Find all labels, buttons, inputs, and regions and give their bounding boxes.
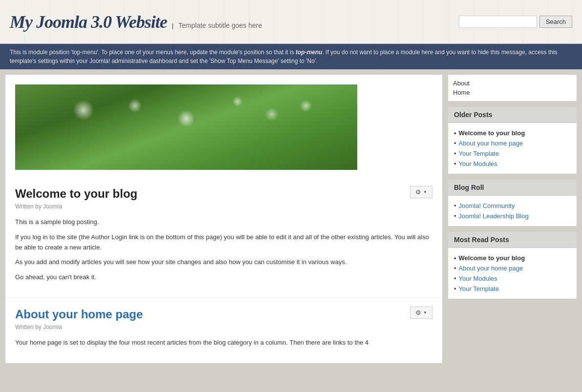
sidebar-nav-about[interactable]: About <box>453 79 572 88</box>
article-about: ⚙ About your home page Written by Joomla… <box>5 298 442 363</box>
sidebar-module-most-read: Most Read Posts Welcome to your blog Abo… <box>448 231 577 299</box>
gear-icon: ⚙ <box>415 188 421 196</box>
blog-roll-header: Blog Roll <box>448 180 577 196</box>
most-read-item-1-label: Welcome to your blog <box>459 254 525 262</box>
search-area: Search <box>459 16 572 28</box>
tools-button-welcome[interactable]: ⚙ <box>410 186 432 198</box>
list-item: Your Template <box>454 148 571 159</box>
most-read-list: Welcome to your blog About your home pag… <box>454 253 571 294</box>
top-menu-message: This is module position 'top-menu'. To p… <box>10 49 558 64</box>
article-tools-welcome: ⚙ <box>410 186 432 198</box>
list-item: Your Modules <box>454 159 571 169</box>
header: My Joomla 3.0 Website | Template subtitl… <box>0 0 582 44</box>
most-read-header: Most Read Posts <box>448 232 577 248</box>
list-item: About your home page <box>454 263 571 273</box>
tools-button-about[interactable]: ⚙ <box>410 307 432 319</box>
list-item: Your Template <box>454 284 571 294</box>
older-post-item-1-label: Welcome to your blog <box>459 129 525 137</box>
sidebar-nav: About Home <box>448 74 577 102</box>
most-read-item-4-link[interactable]: Your Template <box>459 285 499 292</box>
older-posts-body: Welcome to your blog About your home pag… <box>448 123 577 174</box>
blog-roll-body: Joomla! Community Joomla! Leadership Blo… <box>448 196 577 226</box>
article-para-4: Go ahead, you can't break it. <box>15 272 432 283</box>
article-body-about: Your home page is set to display the fou… <box>15 338 432 348</box>
list-item: Welcome to your blog <box>454 128 571 138</box>
most-read-item-3-link[interactable]: Your Modules <box>459 275 497 282</box>
sidebar: About Home Older Posts Welcome to your b… <box>448 74 577 364</box>
main-layout: ⚙ Welcome to your blog Written by Joomla… <box>0 69 582 369</box>
blog-roll-item-2-link[interactable]: Joomla! Leadership Blog <box>459 212 529 220</box>
site-title: My Joomla 3.0 Website <box>10 12 167 32</box>
older-posts-header: Older Posts <box>448 107 577 123</box>
site-title-area: My Joomla 3.0 Website | Template subtitl… <box>10 12 262 32</box>
article-title-welcome: Welcome to your blog <box>15 187 432 201</box>
sidebar-module-blog-roll: Blog Roll Joomla! Community Joomla! Lead… <box>448 179 577 227</box>
main-content: ⚙ Welcome to your blog Written by Joomla… <box>5 74 443 364</box>
older-post-item-2-link[interactable]: About your home page <box>459 140 523 147</box>
older-post-item-4-link[interactable]: Your Modules <box>459 160 497 167</box>
list-item: Joomla! Community <box>454 201 571 211</box>
site-subtitle: Template subtitle goes here <box>178 21 262 29</box>
list-item: Welcome to your blog <box>454 253 571 263</box>
article-welcome: ⚙ Welcome to your blog Written by Joomla… <box>5 177 442 298</box>
blog-roll-item-1-link[interactable]: Joomla! Community <box>459 202 515 209</box>
article-tools-about: ⚙ <box>410 307 432 319</box>
list-item: Joomla! Leadership Blog <box>454 211 571 221</box>
list-item: Your Modules <box>454 273 571 284</box>
top-menu-bar: This is module position 'top-menu'. To p… <box>0 44 582 69</box>
article-body-welcome: This is a sample blog posting. If you lo… <box>15 217 432 283</box>
sidebar-nav-home[interactable]: Home <box>453 88 572 97</box>
article-para-1: This is a sample blog posting. <box>15 217 432 227</box>
gear-icon-about: ⚙ <box>415 309 421 316</box>
article-title-about[interactable]: About your home page <box>15 308 432 321</box>
article-meta-about: Written by Joomla <box>15 324 432 330</box>
blog-image <box>15 84 357 170</box>
blog-roll-list: Joomla! Community Joomla! Leadership Blo… <box>454 201 571 221</box>
most-read-item-2-link[interactable]: About your home page <box>459 265 523 272</box>
article-para-3: As you add and modify articles you will … <box>15 257 432 268</box>
article-about-para-1: Your home page is set to display the fou… <box>15 338 432 348</box>
older-post-item-3-link[interactable]: Your Template <box>459 150 499 157</box>
article-meta-welcome: Written by Joomla <box>15 203 432 210</box>
sidebar-module-older-posts: Older Posts Welcome to your blog About y… <box>448 106 577 174</box>
search-button[interactable]: Search <box>539 16 572 28</box>
list-item: About your home page <box>454 138 571 148</box>
search-input[interactable] <box>459 16 537 28</box>
most-read-body: Welcome to your blog About your home pag… <box>448 248 577 299</box>
older-posts-list: Welcome to your blog About your home pag… <box>454 128 571 169</box>
title-separator: | <box>172 22 173 29</box>
article-para-2: If you log in to the site (the Author Lo… <box>15 232 432 253</box>
